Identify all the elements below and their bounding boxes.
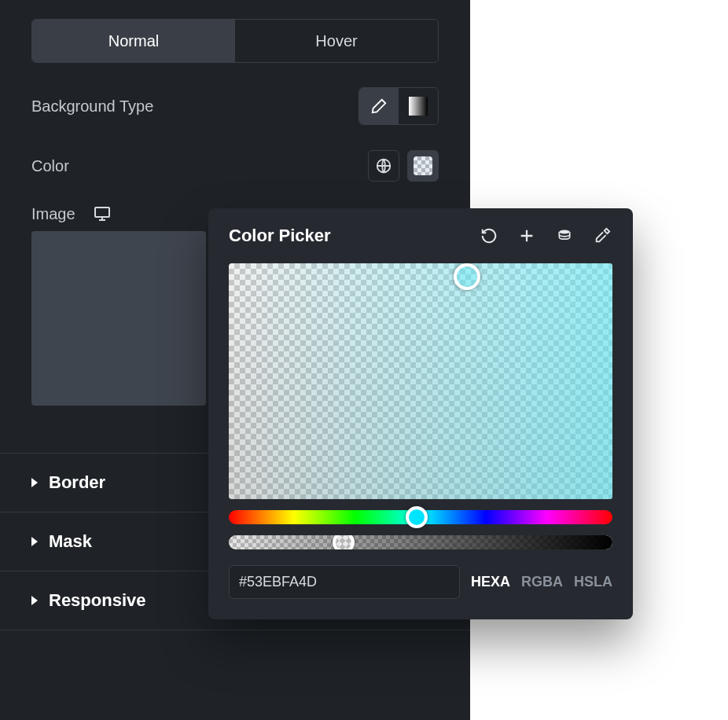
sv-thumb[interactable] bbox=[454, 263, 480, 290]
color-picker-tools bbox=[479, 226, 612, 246]
bg-type-classic[interactable] bbox=[359, 88, 399, 124]
format-hsla[interactable]: HSLA bbox=[574, 574, 612, 590]
sv-tint-overlay bbox=[229, 263, 612, 499]
saturation-value-area[interactable] bbox=[229, 263, 612, 499]
caret-right-icon bbox=[31, 537, 38, 546]
reset-color-button[interactable] bbox=[479, 226, 499, 246]
add-color-button[interactable] bbox=[517, 226, 537, 246]
stack-icon bbox=[557, 228, 572, 244]
brush-icon bbox=[370, 97, 388, 115]
alpha-gradient bbox=[229, 535, 612, 549]
undo-icon bbox=[480, 227, 498, 244]
globe-icon bbox=[375, 157, 392, 174]
hex-input[interactable] bbox=[229, 565, 460, 599]
color-stack-button[interactable] bbox=[554, 226, 575, 246]
desktop-icon[interactable] bbox=[93, 204, 112, 223]
color-label: Color bbox=[31, 157, 69, 175]
tab-normal[interactable]: Normal bbox=[32, 20, 235, 62]
color-picker-popover: Color Picker HEXA RGBA bbox=[208, 208, 633, 619]
caret-right-icon bbox=[31, 478, 38, 487]
color-row: Color bbox=[31, 145, 439, 187]
hue-thumb[interactable] bbox=[406, 506, 428, 528]
image-label: Image bbox=[31, 205, 75, 223]
caret-right-icon bbox=[31, 596, 38, 605]
bg-type-gradient[interactable] bbox=[399, 88, 438, 124]
image-drop-slot[interactable] bbox=[31, 231, 206, 406]
transparent-swatch-icon bbox=[414, 156, 432, 175]
format-hexa[interactable]: HEXA bbox=[471, 574, 510, 590]
background-type-label: Background Type bbox=[31, 97, 153, 116]
svg-rect-1 bbox=[95, 208, 109, 217]
color-picker-title: Color Picker bbox=[229, 226, 331, 246]
color-controls bbox=[368, 150, 439, 182]
accordion-mask-label: Mask bbox=[49, 531, 92, 552]
eyedropper-button[interactable] bbox=[592, 226, 612, 246]
plus-icon bbox=[518, 227, 535, 244]
color-picker-header: Color Picker bbox=[229, 226, 612, 246]
color-swatch-button[interactable] bbox=[407, 150, 439, 182]
global-color-button[interactable] bbox=[368, 150, 399, 182]
svg-point-2 bbox=[559, 230, 569, 234]
tab-hover[interactable]: Hover bbox=[235, 20, 438, 62]
background-type-row: Background Type bbox=[31, 85, 439, 127]
accordion-responsive-label: Responsive bbox=[49, 590, 146, 611]
alpha-slider[interactable] bbox=[229, 535, 612, 549]
hue-slider[interactable] bbox=[229, 510, 612, 524]
color-value-row: HEXA RGBA HSLA bbox=[229, 565, 612, 599]
accordion-border-label: Border bbox=[49, 472, 105, 493]
gradient-icon bbox=[409, 97, 428, 116]
alpha-thumb[interactable] bbox=[333, 535, 355, 549]
state-tabs: Normal Hover bbox=[31, 19, 439, 63]
background-type-toggle bbox=[358, 87, 439, 125]
eyedropper-icon bbox=[594, 227, 611, 244]
format-rgba[interactable]: RGBA bbox=[521, 574, 563, 590]
